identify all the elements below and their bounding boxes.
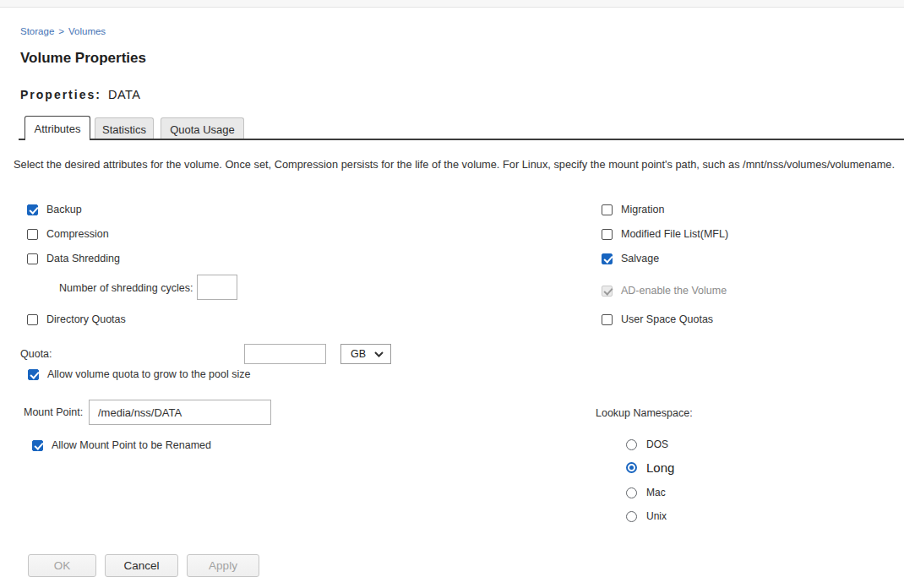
namespace-radio-dos[interactable] (626, 439, 637, 450)
data-shredding-checkbox[interactable] (27, 253, 38, 264)
tab-attributes-label: Attributes (35, 122, 81, 135)
migration-checkbox[interactable] (602, 204, 613, 215)
namespace-row-unix: Unix (626, 509, 667, 524)
lookup-namespace-label: Lookup Namespace: (596, 407, 693, 419)
migration-row: Migration (602, 203, 664, 216)
chevron-down-icon (374, 351, 384, 357)
directory-quotas-label: Directory Quotas (46, 313, 126, 325)
quota-grow-row: Allow volume quota to grow to the pool s… (28, 368, 250, 381)
user-space-quotas-row: User Space Quotas (602, 313, 713, 326)
properties-label: Properties: (20, 88, 101, 101)
quota-grow-label: Allow volume quota to grow to the pool s… (47, 368, 250, 380)
backup-label: Backup (46, 204, 82, 215)
breadcrumb-link-storage[interactable]: Storage (20, 26, 54, 36)
ok-button: OK (28, 554, 96, 577)
cancel-button[interactable]: Cancel (105, 554, 178, 577)
user-space-quotas-checkbox[interactable] (602, 314, 613, 325)
data-shredding-row: Data Shredding (27, 252, 120, 265)
compression-label: Compression (46, 228, 109, 240)
modified-file-list-checkbox[interactable] (602, 229, 613, 240)
data-shredding-label: Data Shredding (46, 253, 120, 264)
tab-quota-usage-label: Quota Usage (170, 123, 235, 136)
quota-input[interactable] (244, 344, 326, 364)
namespace-row-mac: Mac (626, 485, 666, 500)
namespace-radio-long[interactable] (626, 462, 637, 473)
modified-file-list-label: Modified File List(MFL) (621, 228, 728, 240)
volume-name: DATA (108, 88, 141, 101)
apply-button: Apply (187, 554, 259, 577)
namespace-radio-mac[interactable] (626, 487, 637, 498)
page-title: Volume Properties (20, 50, 146, 67)
mount-point-input[interactable] (89, 400, 271, 425)
salvage-label: Salvage (621, 253, 659, 264)
namespace-unix-label: Unix (646, 510, 667, 522)
mfl-row: Modified File List(MFL) (602, 227, 728, 241)
tab-statistics[interactable]: Statistics (95, 117, 154, 140)
tab-attributes[interactable]: Attributes (25, 116, 90, 140)
quota-unit-value: GB (351, 348, 366, 360)
migration-label: Migration (621, 204, 664, 215)
quota-grow-checkbox[interactable] (28, 369, 39, 380)
quota-label: Quota: (20, 348, 52, 360)
breadcrumb: Storage>Volumes (20, 26, 106, 36)
ad-enable-label: AD-enable the Volume (621, 285, 727, 297)
breadcrumb-link-volumes[interactable]: Volumes (68, 26, 106, 36)
user-space-quotas-label: User Space Quotas (621, 313, 713, 325)
tab-quota-usage[interactable]: Quota Usage (161, 117, 244, 140)
mount-rename-checkbox[interactable] (32, 440, 43, 451)
backup-row: Backup (27, 203, 82, 216)
namespace-radio-unix[interactable] (626, 511, 637, 522)
namespace-row-dos: DOS (626, 437, 668, 452)
compression-row: Compression (27, 227, 109, 241)
shredding-cycles-input[interactable] (197, 275, 237, 300)
directory-quotas-checkbox[interactable] (27, 314, 38, 325)
namespace-long-label: Long (646, 460, 674, 475)
backup-checkbox[interactable] (27, 204, 38, 215)
quota-unit-select[interactable]: GB (340, 344, 391, 364)
namespace-dos-label: DOS (646, 438, 668, 450)
ad-enable-row: AD-enable the Volume (602, 284, 727, 297)
mount-rename-row: Allow Mount Point to be Renamed (32, 438, 211, 452)
mount-point-label: Mount Point: (24, 406, 83, 418)
ad-enable-checkbox (602, 286, 613, 297)
volume-properties-page: Storage>Volumes Volume Properties Proper… (0, 0, 904, 588)
salvage-checkbox[interactable] (602, 253, 613, 264)
directory-quotas-row: Directory Quotas (27, 313, 126, 326)
salvage-row: Salvage (602, 252, 659, 265)
tab-statistics-label: Statistics (102, 123, 146, 136)
properties-heading: Properties:DATA (20, 87, 140, 102)
tab-underline (19, 139, 904, 140)
namespace-mac-label: Mac (646, 487, 666, 498)
top-strip (0, 0, 904, 8)
mount-rename-label: Allow Mount Point to be Renamed (52, 439, 211, 451)
shredding-cycles-label: Number of shredding cycles: (59, 282, 193, 294)
breadcrumb-separator: > (58, 26, 64, 36)
compression-checkbox[interactable] (27, 229, 38, 240)
attributes-description: Select the desired attributes for the vo… (14, 158, 902, 171)
namespace-row-long: Long (626, 460, 674, 475)
